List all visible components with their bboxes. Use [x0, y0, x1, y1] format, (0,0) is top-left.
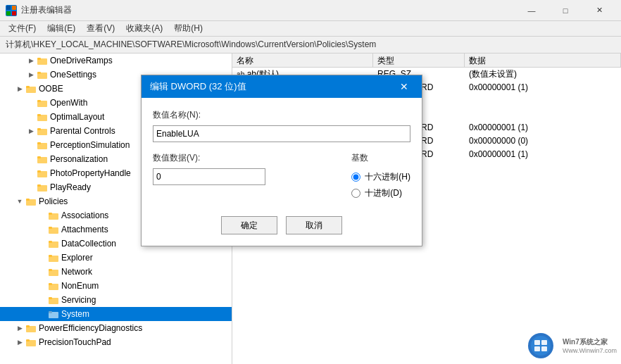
app-icon: [6, 5, 17, 16]
col-header-name: 名称: [232, 54, 373, 67]
expand-icon-policies: ▼: [14, 196, 25, 207]
expand-icon-associations: ▶: [37, 210, 48, 221]
tree-label-onesettings: OneSettings: [50, 70, 96, 80]
svg-rect-17: [37, 142, 41, 144]
svg-rect-49: [541, 340, 547, 345]
radio-dec-text: 十进制(D): [365, 187, 402, 199]
col-header-data: 数据: [465, 54, 621, 67]
menu-favorites[interactable]: 收藏夹(A): [120, 21, 168, 36]
folder-icon-parental: [37, 125, 48, 137]
watermark-line1: Win7系统之家: [563, 337, 617, 347]
svg-rect-2: [6, 11, 11, 15]
dialog-value-data-input[interactable]: [153, 168, 265, 185]
radio-dec-input[interactable]: [351, 189, 360, 198]
list-cell-data-filteradm: 0x00000001 (1): [465, 82, 621, 92]
expand-icon-personalization: ▶: [25, 153, 37, 165]
radio-hex-input[interactable]: [351, 172, 360, 182]
list-cell-data-scforceoption: 0x00000000 (0): [465, 136, 621, 146]
expand-icon-network: ▶: [37, 266, 48, 277]
watermark-logo-icon: [523, 332, 558, 360]
main-content: ▶ OneDriveRamps ▶ OneSettings ▶ OOBE: [0, 54, 621, 364]
svg-rect-15: [37, 128, 41, 130]
svg-rect-7: [37, 72, 41, 74]
address-path: 计算机\HKEY_LOCAL_MACHINE\SOFTWARE\Microsof…: [6, 39, 376, 51]
radio-dec-label[interactable]: 十进制(D): [351, 187, 410, 199]
svg-rect-23: [37, 184, 41, 187]
minimize-button[interactable]: —: [515, 0, 548, 21]
dialog-close-button[interactable]: ✕: [395, 77, 413, 96]
folder-icon-policies: [25, 196, 37, 207]
tree-item-nonenum[interactable]: ▶ NonEnum: [0, 279, 232, 293]
menu-edit[interactable]: 编辑(E): [42, 21, 81, 36]
dialog-dword: 编辑 DWORD (32 位)值 ✕ 数值名称(N): 数值数据(V): 基数: [141, 75, 422, 246]
folder-icon-onesettings: [37, 69, 48, 80]
tree-label-nonenum: NonEnum: [61, 281, 99, 291]
svg-rect-13: [37, 114, 41, 116]
expand-icon-perception: ▶: [25, 139, 37, 151]
svg-rect-50: [534, 346, 540, 351]
dialog-radio-section: 基数 十六进制(H) 十进制(D): [351, 152, 410, 199]
dialog-value-name-input[interactable]: [153, 125, 410, 142]
dialog-buttons: 确定 取消: [153, 211, 410, 234]
expand-icon-playready: ▶: [25, 182, 37, 193]
tree-label-explorer: Explorer: [61, 253, 93, 263]
expand-icon-attachments: ▶: [37, 224, 48, 235]
tree-item-servicing[interactable]: ▶ Servicing: [0, 293, 232, 307]
folder-icon-servicing: [48, 294, 59, 306]
svg-rect-41: [49, 311, 52, 313]
close-button[interactable]: ✕: [583, 0, 615, 21]
tree-label-oobe: OOBE: [39, 84, 63, 94]
folder-icon-associations: [48, 210, 59, 221]
expand-icon-oobe: ▶: [14, 83, 25, 94]
folder-icon-nonenum: [48, 280, 59, 291]
menu-bar: 文件(F) 编辑(E) 查看(V) 收藏夹(A) 帮助(H): [0, 21, 621, 37]
tree-item-network[interactable]: ▶ Network: [0, 265, 232, 279]
menu-file[interactable]: 文件(F): [3, 21, 42, 36]
menu-help[interactable]: 帮助(H): [168, 21, 208, 36]
tree-label-perception: PerceptionSimulation: [50, 140, 130, 150]
svg-rect-0: [6, 6, 11, 10]
dialog-ok-button[interactable]: 确定: [221, 216, 277, 234]
svg-rect-21: [37, 170, 41, 172]
tree-item-powerefficiency[interactable]: ▶ PowerEfficiencyDiagnostics: [0, 321, 232, 335]
list-cell-data-promptonsecu: 0x00000001 (1): [465, 123, 621, 132]
dialog-body: 数值名称(N): 数值数据(V): 基数 十六进制(H): [142, 98, 422, 246]
svg-rect-31: [49, 241, 52, 243]
tree-item-precisiontouchpad[interactable]: ▶ PrecisionTouchPad: [0, 335, 232, 349]
list-cell-data-shutdownwitho: 0x00000001 (1): [465, 149, 621, 159]
folder-icon-oobe: [25, 83, 37, 94]
svg-rect-27: [49, 213, 52, 215]
tree-label-photo: PhotoPropertyHandle: [50, 168, 131, 178]
expand-icon-nonenum: ▶: [37, 280, 48, 291]
menu-view[interactable]: 查看(V): [81, 21, 120, 36]
tree-item-system[interactable]: ▶ System: [0, 307, 232, 321]
tree-label-policies: Policies: [39, 196, 68, 206]
expand-icon-onedriveramps: ▶: [25, 55, 37, 66]
watermark-text-block: Win7系统之家 Www.Winwin7.com: [563, 337, 617, 354]
folder-icon-openwith: [37, 97, 48, 108]
expand-icon-explorer: ▶: [37, 252, 48, 263]
dialog-title-text: 编辑 DWORD (32 位)值: [150, 80, 395, 93]
expand-icon-openwith: ▶: [25, 97, 37, 108]
folder-icon-attachments: [48, 224, 59, 235]
dialog-value-data-label: 数值数据(V):: [153, 152, 340, 164]
expand-icon-parental: ▶: [25, 125, 37, 137]
maximize-button[interactable]: □: [549, 0, 582, 21]
folder-icon-photo: [37, 168, 48, 179]
tree-item-onedriveramps[interactable]: ▶ OneDriveRamps: [0, 54, 232, 68]
svg-rect-35: [49, 269, 52, 271]
svg-rect-43: [26, 325, 30, 327]
title-bar: 注册表编辑器 — □ ✕: [0, 0, 621, 21]
list-cell-data-default: (数值未设置): [465, 68, 621, 80]
expand-icon-optimallayout: ▶: [25, 111, 37, 123]
dialog-cancel-button[interactable]: 取消: [286, 216, 342, 234]
dialog-base-label: 基数: [351, 152, 410, 164]
expand-icon-servicing: ▶: [37, 294, 48, 306]
tree-label-playready: PlayReady: [50, 182, 91, 192]
tree-item-explorer[interactable]: ▶ Explorer: [0, 251, 232, 265]
tree-label-onedriveramps: OneDriveRamps: [50, 56, 113, 65]
folder-icon-datacollection: [48, 238, 59, 249]
radio-hex-label[interactable]: 十六进制(H): [351, 171, 410, 183]
svg-rect-11: [37, 100, 41, 102]
folder-icon-onedriveramps: [37, 55, 48, 66]
